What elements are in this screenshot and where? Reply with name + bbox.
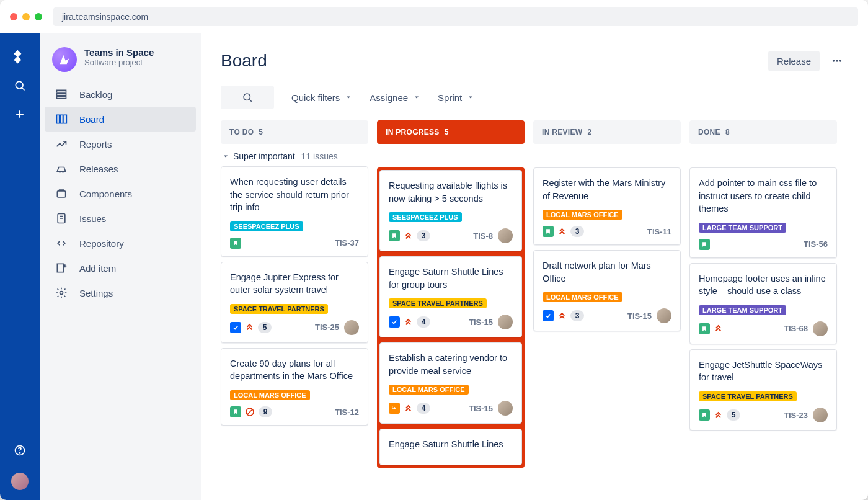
nav-board[interactable]: Board — [45, 107, 196, 132]
nav-label: Components — [79, 189, 132, 199]
svg-point-17 — [60, 292, 63, 295]
priority-icon — [714, 411, 723, 420]
story-points-badge: 9 — [259, 406, 272, 417]
app-root: Teams in Space Software project Backlog … — [0, 33, 868, 500]
card-footer: 5TIS-23 — [699, 408, 828, 422]
issue-card[interactable]: Homepage footer uses an inline style – s… — [689, 263, 837, 344]
swimlane-header[interactable]: Super important11 issues — [221, 144, 368, 166]
column-name: DONE — [698, 128, 720, 136]
nav-label: Add item — [79, 263, 116, 274]
board-search[interactable] — [221, 86, 274, 109]
card-label: SPACE TRAVEL PARTNERS — [230, 304, 328, 314]
nav-reports[interactable]: Reports — [45, 132, 196, 156]
card-footer: TIS-56 — [699, 239, 828, 250]
board-column: IN REVIEW2Register with the Mars Ministr… — [533, 120, 681, 468]
card-title: Create 90 day plans for all departments … — [230, 357, 359, 383]
quick-filters-dropdown[interactable]: Quick filters — [291, 92, 352, 103]
column-cards: Requesting available flights is now taki… — [377, 167, 525, 468]
assignee-dropdown[interactable]: Assignee — [370, 92, 420, 103]
project-avatar-icon — [52, 47, 77, 72]
issue-type-icon — [542, 310, 554, 321]
more-actions-button[interactable] — [826, 50, 848, 72]
jira-logo-icon[interactable] — [7, 45, 32, 69]
card-label: LOCAL MARS OFFICE — [389, 385, 469, 395]
sprint-dropdown[interactable]: Sprint — [438, 92, 474, 103]
card-footer: 9TIS-12 — [230, 406, 359, 417]
issue-type-icon — [230, 238, 241, 249]
column-cards: Register with the Mars Ministry of Reven… — [533, 167, 681, 331]
column-header[interactable]: IN PROGRESS5 — [377, 120, 525, 144]
column-name: TO DO — [229, 128, 254, 136]
issue-type-icon — [699, 239, 710, 250]
nav-issues[interactable]: Issues — [45, 206, 196, 231]
priority-icon — [557, 227, 567, 236]
nav-label: Board — [79, 114, 104, 125]
chevron-down-icon — [222, 153, 229, 160]
issue-type-icon — [389, 316, 400, 328]
issue-card[interactable]: Engage Saturn Shuttle Lines for group to… — [379, 256, 522, 337]
search-icon[interactable] — [7, 73, 32, 98]
column-header[interactable]: DONE8 — [689, 120, 837, 144]
project-header[interactable]: Teams in Space Software project — [45, 47, 196, 82]
card-title: When requesting user details the service… — [230, 176, 359, 214]
nav-label: Reports — [79, 139, 112, 150]
issue-card[interactable]: Draft network plan for Mars OfficeLOCAL … — [533, 250, 681, 331]
assignee-avatar — [498, 315, 513, 329]
svg-line-1 — [22, 88, 25, 91]
issue-card[interactable]: When requesting user details the service… — [221, 166, 368, 257]
issue-card[interactable]: Establish a catering vendor to provide m… — [379, 342, 522, 424]
board-column: TO DO5Super important11 issuesWhen reque… — [221, 120, 368, 468]
maximize-window-button[interactable] — [35, 13, 42, 20]
story-points-badge: 5 — [727, 409, 740, 421]
issue-key: TIS-68 — [784, 324, 808, 333]
global-nav-rail — [0, 33, 40, 500]
issue-card[interactable]: Engage Saturn Shuttle Lines — [379, 429, 522, 465]
issue-card[interactable]: Engage Jupiter Express for outer solar s… — [221, 262, 368, 343]
nav-components[interactable]: Components — [45, 181, 196, 206]
story-points-badge: 5 — [258, 322, 272, 333]
board-icon — [55, 113, 68, 125]
story-points-badge: 3 — [570, 226, 584, 237]
close-window-button[interactable] — [10, 13, 17, 20]
nav-releases[interactable]: Releases — [45, 156, 196, 181]
nav-label: Settings — [79, 288, 113, 298]
create-icon[interactable] — [7, 102, 32, 127]
issue-card[interactable]: Register with the Mars Ministry of Reven… — [533, 167, 681, 245]
column-header[interactable]: IN REVIEW2 — [533, 120, 681, 144]
help-icon[interactable] — [7, 438, 32, 463]
svg-rect-7 — [57, 93, 66, 95]
nav-backlog[interactable]: Backlog — [45, 82, 196, 107]
nav-add-item[interactable]: Add item — [45, 256, 196, 280]
priority-icon — [714, 324, 723, 333]
nav-repository[interactable]: Repository — [45, 231, 196, 256]
issue-card[interactable]: Add pointer to main css file to instruct… — [689, 167, 837, 258]
minimize-window-button[interactable] — [22, 13, 30, 20]
user-avatar[interactable] — [11, 473, 29, 490]
column-header[interactable]: TO DO5 — [221, 120, 368, 144]
nav-settings[interactable]: Settings — [45, 280, 196, 305]
releases-icon — [55, 163, 68, 175]
card-title: Register with the Mars Ministry of Reven… — [542, 177, 671, 202]
issues-icon — [55, 212, 68, 225]
release-button[interactable]: Release — [768, 51, 820, 71]
issue-card[interactable]: Create 90 day plans for all departments … — [221, 348, 368, 426]
page-title: Board — [221, 51, 267, 71]
issue-card[interactable]: Engage JetShuttle SpaceWays for travelSP… — [689, 349, 837, 431]
card-label: SPACE TRAVEL PARTNERS — [389, 298, 487, 308]
issue-key: TIS-23 — [784, 411, 808, 420]
column-count: 5 — [445, 128, 449, 136]
card-title: Add pointer to main css file to instruct… — [699, 177, 828, 215]
issue-card[interactable]: Requesting available flights is now taki… — [379, 170, 522, 251]
card-title: Engage Saturn Shuttle Lines for group to… — [389, 266, 513, 291]
card-title: Draft network plan for Mars Office — [542, 259, 671, 285]
story-points-badge: 3 — [570, 310, 584, 321]
backlog-icon — [55, 88, 68, 100]
kanban-board: TO DO5Super important11 issuesWhen reque… — [221, 120, 848, 468]
svg-rect-8 — [57, 96, 66, 98]
story-points-badge: 4 — [417, 316, 430, 328]
assignee-avatar — [657, 308, 671, 323]
chevron-down-icon — [467, 94, 474, 101]
svg-line-22 — [249, 99, 251, 101]
priority-icon — [245, 323, 254, 332]
url-bar[interactable]: jira.teamsinspace.com — [53, 7, 858, 26]
